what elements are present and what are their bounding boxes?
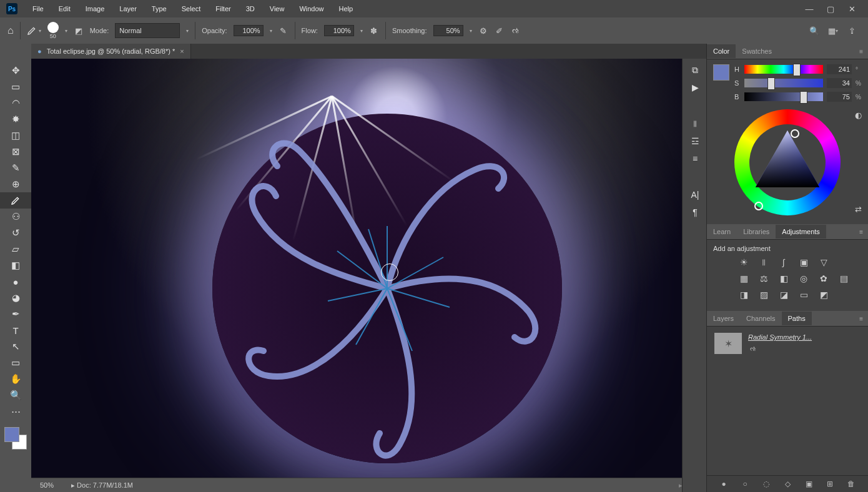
vibrance-icon[interactable]: ▽ (818, 257, 829, 267)
tab-learn[interactable]: Learn (707, 225, 737, 239)
hue-slider[interactable] (744, 65, 823, 74)
panel-menu-icon[interactable]: ≡ (859, 48, 868, 55)
exposure-icon[interactable]: ▣ (798, 257, 809, 267)
tab-paths[interactable]: Paths (782, 312, 812, 325)
path-item[interactable]: ✶ Radial Symmetry 1... ઌ (712, 330, 863, 357)
menu-type[interactable]: Type (145, 1, 173, 16)
maximize-icon[interactable]: ▢ (826, 4, 836, 14)
menu-edit[interactable]: Edit (52, 1, 77, 16)
smoothing-input[interactable] (433, 25, 463, 36)
color-swatches[interactable] (4, 427, 27, 450)
wheel-mode-icon[interactable]: ◐ (855, 111, 862, 120)
tab-adjustments[interactable]: Adjustments (776, 225, 826, 239)
brush-tool[interactable] (0, 192, 31, 209)
quick-select-tool[interactable]: ✸ (0, 111, 31, 127)
airbrush-icon[interactable]: ✽ (369, 26, 379, 36)
menu-layer[interactable]: Layer (113, 1, 143, 16)
panel-menu-icon[interactable]: ≡ (859, 229, 868, 235)
trash-icon[interactable]: 🗑 (846, 479, 856, 489)
photo-filter-icon[interactable]: ◎ (798, 273, 809, 283)
color-lookup-icon[interactable]: ▤ (838, 273, 849, 283)
history-brush-tool[interactable]: ↺ (0, 225, 31, 241)
lasso-tool[interactable]: ◠ (0, 95, 31, 111)
bri-slider[interactable] (744, 92, 823, 101)
brush-preset-picker[interactable]: 50 (47, 22, 59, 39)
character-panel-icon[interactable]: A| (690, 190, 700, 200)
history-panel-icon[interactable]: ⧉ (690, 65, 700, 75)
healing-tool[interactable]: ⊕ (0, 176, 31, 192)
hue-sat-icon[interactable]: ▦ (738, 273, 749, 283)
marquee-tool[interactable]: ▭ (0, 79, 31, 95)
shape-tool[interactable]: ▭ (0, 355, 31, 371)
foreground-color[interactable] (4, 427, 19, 442)
menu-view[interactable]: View (264, 1, 291, 16)
menu-select[interactable]: Select (175, 1, 207, 16)
color-balance-icon[interactable]: ⚖ (758, 273, 769, 283)
make-work-path-icon[interactable]: ◇ (782, 479, 792, 489)
brush-settings-icon[interactable]: ≡ (690, 154, 700, 164)
brushes-panel-icon[interactable]: ☲ (690, 136, 700, 146)
zoom-level[interactable]: 50% (40, 481, 54, 489)
flow-input[interactable] (324, 25, 354, 36)
tool-preset-picker[interactable]: ▾ (27, 26, 41, 36)
frame-tool[interactable]: ⊠ (0, 144, 31, 160)
invert-icon[interactable]: ◨ (738, 290, 749, 300)
hue-input[interactable] (827, 64, 852, 74)
zoom-tool[interactable]: 🔍 (0, 387, 31, 403)
document-tab[interactable]: ● Total eclipse.jpg @ 50% (radial, RGB/8… (31, 44, 191, 59)
mask-icon[interactable]: ▣ (804, 479, 814, 489)
bw-icon[interactable]: ◧ (778, 273, 789, 283)
stamp-tool[interactable]: ⚇ (0, 209, 31, 225)
doc-size[interactable]: ▸ Doc: 7.77M/18.1M (71, 481, 133, 490)
menu-help[interactable]: Help (333, 1, 360, 16)
menu-window[interactable]: Window (293, 1, 330, 16)
channel-mixer-icon[interactable]: ✿ (818, 273, 829, 283)
wheel-swap-icon[interactable]: ⇄ (855, 205, 862, 214)
hand-tool[interactable]: ✋ (0, 371, 31, 387)
blur-tool[interactable]: ● (0, 273, 31, 290)
crop-tool[interactable]: ◫ (0, 127, 31, 144)
opacity-pressure-icon[interactable]: ✎ (279, 26, 289, 36)
type-tool[interactable]: T (0, 322, 31, 338)
menu-filter[interactable]: Filter (209, 1, 237, 16)
menu-file[interactable]: File (26, 1, 50, 16)
selective-color-icon[interactable]: ◩ (818, 290, 829, 300)
tab-color[interactable]: Color (707, 44, 736, 58)
smoothing-gear-icon[interactable]: ⚙ (478, 26, 488, 36)
pen-tool[interactable]: ✒ (0, 306, 31, 322)
brightness-icon[interactable]: ☀ (738, 257, 749, 267)
sat-slider[interactable] (744, 79, 823, 87)
eraser-tool[interactable]: ▱ (0, 241, 31, 257)
minimize-icon[interactable]: — (804, 4, 814, 14)
stroke-path-icon[interactable]: ○ (740, 479, 750, 489)
menu-image[interactable]: Image (79, 1, 111, 16)
color-swatch[interactable] (713, 64, 729, 81)
tab-close-icon[interactable]: × (180, 47, 184, 55)
curves-icon[interactable]: ∫ (778, 257, 789, 267)
pressure-size-icon[interactable]: ✐ (495, 26, 505, 36)
gradient-tool[interactable]: ◧ (0, 257, 31, 273)
properties-panel-icon[interactable]: ⫴ (690, 119, 700, 129)
dodge-tool[interactable]: ◕ (0, 290, 31, 306)
sat-input[interactable] (827, 78, 852, 88)
tab-libraries[interactable]: Libraries (737, 225, 776, 239)
color-wheel[interactable]: ◐ ⇄ (734, 109, 841, 215)
panel-menu-icon[interactable]: ≡ (859, 315, 868, 322)
tab-layers[interactable]: Layers (707, 312, 740, 325)
brush-panel-icon[interactable]: ◩ (74, 26, 84, 36)
menu-3d[interactable]: 3D (240, 1, 261, 16)
fill-path-icon[interactable]: ● (719, 479, 729, 489)
posterize-icon[interactable]: ▨ (758, 290, 769, 300)
share-icon[interactable]: ⇪ (847, 26, 857, 36)
levels-icon[interactable]: ⫴ (758, 257, 769, 267)
tab-channels[interactable]: Channels (740, 312, 781, 325)
workspace-icon[interactable]: ▦ ▾ (828, 26, 838, 36)
gradient-map-icon[interactable]: ▭ (798, 290, 809, 300)
new-path-icon[interactable]: ⊞ (825, 479, 835, 489)
eyedropper-tool[interactable]: ✎ (0, 160, 31, 176)
document-canvas[interactable] (31, 59, 682, 478)
move-tool[interactable]: ✥ (0, 62, 31, 79)
path-to-selection-icon[interactable]: ◌ (761, 479, 771, 489)
paragraph-panel-icon[interactable]: ¶ (690, 207, 700, 217)
tab-swatches[interactable]: Swatches (736, 44, 778, 58)
